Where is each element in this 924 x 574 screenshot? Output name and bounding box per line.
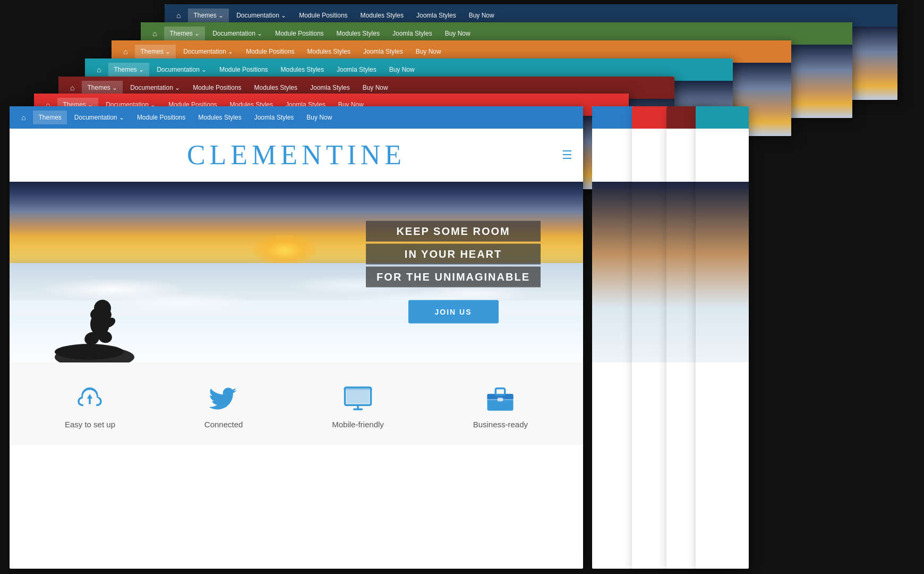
- modpos-nav-1[interactable]: Module Positions: [294, 9, 353, 22]
- main-header: CLEMENTINE ☰: [10, 129, 583, 182]
- svg-rect-13: [347, 390, 369, 403]
- modpos-nav-3[interactable]: Module Positions: [241, 45, 300, 58]
- person-silhouette: [52, 246, 137, 352]
- feature-business: Business-ready: [473, 384, 528, 429]
- modstyle-nav-5[interactable]: Modules Styles: [249, 81, 303, 95]
- docs-nav-1[interactable]: Documentation ⌄: [231, 9, 292, 22]
- home-icon-5[interactable]: ⌂: [65, 80, 80, 95]
- buy-nav-2[interactable]: Buy Now: [440, 27, 476, 40]
- svg-point-1: [55, 344, 124, 360]
- modstyle-nav-2[interactable]: Modules Styles: [331, 27, 385, 40]
- monitor-icon: [343, 384, 373, 413]
- docs-nav-2[interactable]: Documentation ⌄: [207, 27, 268, 40]
- connected-label: Connected: [204, 420, 243, 429]
- join-button[interactable]: JOIN US: [408, 300, 499, 324]
- rshadow-hero-4: [696, 182, 749, 362]
- docs-nav-4[interactable]: Documentation ⌄: [151, 63, 212, 77]
- hamburger-icon[interactable]: ☰: [562, 148, 572, 162]
- cloud-download-icon: [75, 384, 105, 413]
- rshadow-nav-4: [696, 106, 749, 129]
- main-home-icon[interactable]: ⌂: [16, 110, 31, 125]
- main-navbar: ⌂ Themes Documentation ⌄ Module Position…: [10, 106, 583, 129]
- main-themes-nav[interactable]: Themes: [33, 111, 66, 124]
- joomla-nav-2[interactable]: Joomla Styles: [387, 27, 438, 40]
- buy-nav-4[interactable]: Buy Now: [384, 63, 420, 77]
- twitter-icon: [209, 384, 238, 413]
- themes-nav-4[interactable]: Themes ⌄: [108, 63, 149, 77]
- main-joomla-nav[interactable]: Joomla Styles: [249, 111, 300, 124]
- modstyle-nav-1[interactable]: Modules Styles: [355, 9, 409, 22]
- hero-line-1: KEEP SOME ROOM: [366, 221, 541, 242]
- modstyle-nav-3[interactable]: Modules Styles: [302, 45, 356, 58]
- buy-nav-5[interactable]: Buy Now: [357, 81, 393, 95]
- modpos-nav-5[interactable]: Module Positions: [187, 81, 246, 95]
- features-bar: Easy to set up Connected: [10, 362, 583, 445]
- modpos-nav-2[interactable]: Module Positions: [270, 27, 329, 40]
- main-modstyle-nav[interactable]: Modules Styles: [193, 111, 246, 124]
- joomla-nav-3[interactable]: Joomla Styles: [358, 45, 408, 58]
- themes-nav-5[interactable]: Themes ⌄: [82, 81, 123, 95]
- hero-line-3: FOR THE UNIMAGINABLE: [366, 267, 541, 288]
- joomla-nav-5[interactable]: Joomla Styles: [305, 81, 355, 95]
- svg-rect-18: [498, 398, 503, 401]
- home-icon-4[interactable]: ⌂: [91, 62, 106, 77]
- stack-container: ⌂ Themes ⌄ Documentation ⌄ Module Positi…: [0, 0, 924, 574]
- home-icon-2[interactable]: ⌂: [147, 26, 162, 41]
- docs-nav-3[interactable]: Documentation ⌄: [178, 45, 238, 58]
- joomla-nav-4[interactable]: Joomla Styles: [331, 63, 382, 77]
- main-docs-nav[interactable]: Documentation ⌄: [69, 111, 130, 124]
- themes-nav-3[interactable]: Themes ⌄: [135, 45, 176, 58]
- easy-setup-label: Easy to set up: [65, 420, 115, 429]
- sun-glow: [253, 234, 316, 266]
- business-label: Business-ready: [473, 420, 528, 429]
- feature-connected: Connected: [204, 384, 243, 429]
- joomla-nav-1[interactable]: Joomla Styles: [411, 9, 461, 22]
- feature-easy-setup: Easy to set up: [65, 384, 115, 429]
- hero-text-overlay: KEEP SOME ROOM IN YOUR HEART FOR THE UNI…: [366, 221, 541, 324]
- hero-area: KEEP SOME ROOM IN YOUR HEART FOR THE UNI…: [10, 182, 583, 362]
- briefcase-icon: [485, 384, 515, 413]
- rshadow-header-4: [696, 129, 749, 182]
- hero-line-2: IN YOUR HEART: [366, 244, 541, 265]
- buy-nav-1[interactable]: Buy Now: [464, 9, 500, 22]
- main-card: ⌂ Themes Documentation ⌄ Module Position…: [10, 106, 583, 569]
- svg-marker-8: [87, 394, 93, 404]
- svg-rect-16: [496, 389, 506, 395]
- themes-nav-2[interactable]: Themes ⌄: [164, 27, 205, 40]
- themes-nav-1[interactable]: Themes ⌄: [188, 9, 229, 22]
- home-icon-3[interactable]: ⌂: [118, 44, 133, 59]
- modpos-nav-4[interactable]: Module Positions: [214, 63, 273, 77]
- docs-nav-5[interactable]: Documentation ⌄: [125, 81, 185, 95]
- main-modpos-nav[interactable]: Module Positions: [132, 111, 191, 124]
- modstyle-nav-4[interactable]: Modules Styles: [276, 63, 329, 77]
- feature-mobile: Mobile-friendly: [332, 384, 384, 429]
- mobile-label: Mobile-friendly: [332, 420, 384, 429]
- site-title: CLEMENTINE: [187, 139, 406, 171]
- home-icon-1[interactable]: ⌂: [171, 8, 186, 23]
- right-shadow-4: [696, 106, 749, 569]
- main-buy-nav[interactable]: Buy Now: [301, 111, 337, 124]
- buy-nav-3[interactable]: Buy Now: [410, 45, 447, 58]
